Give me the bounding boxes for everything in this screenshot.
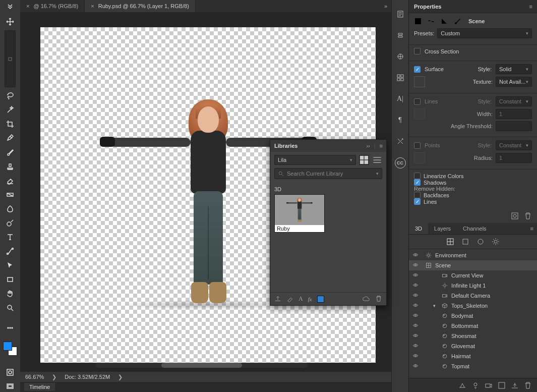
tree-item[interactable]: ▾Tops_Skeleton [409,301,537,311]
backfaces-checkbox[interactable] [414,192,421,198]
surface-texture-select[interactable]: Not Avail...▾ [496,77,532,87]
surface-style-select[interactable]: Solid▾ [496,64,532,74]
dodge-tool[interactable] [5,217,16,229]
tree-item[interactable]: Hairmat [409,351,537,361]
tree-item[interactable]: Glovemat [409,341,537,351]
new-light-icon[interactable] [471,381,480,389]
chevron-icon[interactable]: ❯ [118,374,123,380]
tree-item[interactable]: Scene [409,260,537,270]
filter-light-icon[interactable] [492,238,500,246]
filter-mesh-icon[interactable] [461,238,469,246]
close-icon[interactable]: × [26,3,29,9]
magic-wand-tool[interactable] [5,104,16,116]
zoom-level[interactable]: 66.67% [25,374,44,380]
points-color-swatch[interactable] [414,152,425,163]
type-tool[interactable] [5,232,16,243]
brush-tool[interactable] [5,147,16,158]
fx-icon[interactable]: fx [308,296,312,302]
points-radius-input[interactable]: 1 [496,153,532,163]
color-panel-icon[interactable] [395,30,405,40]
tab-channels[interactable]: Channels [457,223,492,234]
visibility-icon[interactable] [412,363,419,370]
crop-tool[interactable] [5,119,16,130]
visibility-icon[interactable] [412,322,419,329]
tree-item[interactable]: Environment [409,250,537,260]
surface-color-swatch[interactable] [414,76,425,87]
marquee-tool[interactable] [5,30,16,87]
brush-icon[interactable] [453,17,461,25]
render-icon[interactable] [498,381,506,389]
visibility-icon[interactable] [412,312,419,319]
screenmode-icon[interactable] [5,381,16,392]
ellipsis-icon[interactable] [5,322,16,333]
gradient-tool[interactable] [5,189,16,200]
camera-icon[interactable] [485,381,493,389]
lines-style-select[interactable]: Constant▾ [496,96,532,106]
horizontal-scrollbar[interactable] [96,363,308,368]
tree-item[interactable]: Topmat [409,361,537,371]
deform-icon[interactable] [427,17,435,25]
add-icon[interactable] [511,381,519,389]
document-tab[interactable]: × Ruby.psd @ 66.7% (Layer 1, RGB/8) [85,0,196,12]
lines-checkbox[interactable] [414,98,421,105]
swatches-panel-icon[interactable] [395,73,405,83]
tree-item[interactable]: Current View [409,270,537,281]
char-style-icon[interactable]: A [299,295,303,303]
move-tool[interactable] [5,16,16,27]
visibility-icon[interactable] [412,353,419,360]
lasso-tool[interactable] [5,90,16,101]
tools-panel-icon[interactable] [395,136,405,146]
library-select[interactable]: Lila▾ [274,155,356,165]
direct-select-tool[interactable] [5,260,16,271]
cross-section-checkbox[interactable] [414,48,421,54]
render-icon[interactable] [511,212,519,220]
libraries-header[interactable]: Libraries ›› | ≡ [270,140,386,152]
path-tool[interactable] [5,246,16,257]
timeline-panel[interactable]: Timeline [20,382,391,392]
tree-item[interactable]: Infinite Light 1 [409,281,537,291]
chevron-icon[interactable]: ❯ [52,374,56,380]
smudge-tool[interactable] [5,203,16,214]
visibility-icon[interactable] [412,272,419,279]
paragraph-panel-icon[interactable]: ¶ [395,115,405,125]
lines-color-swatch[interactable] [414,108,425,120]
lines2-checkbox[interactable]: ✓ [414,198,421,205]
tree-item[interactable]: Bottommat [409,321,537,331]
tree-item[interactable]: Shoesmat [409,331,537,341]
linearize-checkbox[interactable] [414,173,421,179]
trash-icon[interactable] [524,212,532,220]
list-view-icon[interactable] [372,155,382,165]
tree-item[interactable]: Bodymat [409,311,537,321]
cloud-icon[interactable] [362,295,370,303]
tree-item[interactable]: Default Camera [409,291,537,301]
document-tab[interactable]: × @ 16.7% (RGB/8) [20,0,85,12]
lines-width-input[interactable]: 1 [496,109,532,119]
visibility-icon[interactable] [412,332,419,340]
points-style-select[interactable]: Constant▾ [496,140,532,150]
panel-menu-icon[interactable]: ≡ [529,4,532,10]
color-swatches[interactable] [3,342,17,356]
grid-view-icon[interactable] [359,155,369,165]
visibility-icon[interactable] [412,282,419,289]
3d-scene-tree[interactable]: EnvironmentSceneCurrent ViewInfinite Lig… [409,249,537,378]
panel-menu-icon[interactable]: ≡ [526,223,537,234]
surface-checkbox[interactable]: ✓ [414,66,421,73]
quickmask-icon[interactable] [5,367,16,378]
lines-angle-input[interactable] [496,121,532,131]
points-checkbox[interactable] [414,142,421,149]
brush-icon[interactable] [286,295,293,303]
shape-tool[interactable] [5,274,16,285]
eyedropper-tool[interactable] [5,133,16,144]
collapse-icon[interactable] [5,2,16,13]
library-asset[interactable]: Ruby [274,194,325,233]
shadows-checkbox[interactable]: ✓ [414,179,421,186]
timeline-tab[interactable]: Timeline [24,383,55,391]
color-chip[interactable] [317,296,324,303]
cc-panel-icon[interactable]: CC [395,157,406,169]
visibility-icon[interactable] [412,343,419,350]
tab-layers[interactable]: Layers [428,223,457,234]
collapse-icon[interactable]: ›› [366,143,370,149]
libraries-panel[interactable]: Libraries ›› | ≡ Lila▾ Search Current Li… [270,139,387,306]
properties-header[interactable]: Properties ≡ [409,0,537,13]
history-panel-icon[interactable] [395,9,405,19]
